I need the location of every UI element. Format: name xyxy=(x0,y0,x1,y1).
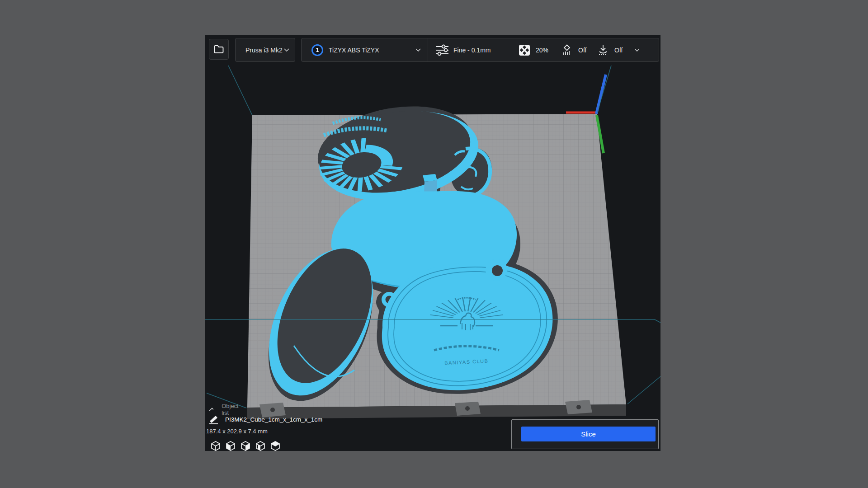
chevron-down-icon xyxy=(284,48,289,52)
hanging-hole xyxy=(492,265,503,276)
profile-label: Fine - 0.1mm xyxy=(453,38,491,61)
viewport-3d[interactable]: BANIYAS CLUB xyxy=(205,35,660,451)
adhesion-icon xyxy=(597,38,609,61)
printer-name: Prusa i3 Mk2 xyxy=(245,47,283,54)
material-name: TiZYX ABS TiZYX xyxy=(329,38,379,61)
open-file-button[interactable] xyxy=(209,39,229,60)
app-window: BANIYAS CLUB Prusa i3 Mk2 xyxy=(205,35,660,451)
folder-icon xyxy=(213,44,224,54)
action-panel: Slice xyxy=(511,419,659,449)
view-top-icon[interactable] xyxy=(240,441,251,452)
support-icon xyxy=(561,38,573,61)
z-axis xyxy=(596,75,606,114)
stage-toolbar: Prusa i3 Mk2 1 TiZYX ABS TiZYX xyxy=(205,35,660,65)
pencil-icon xyxy=(209,414,219,424)
extruder-number: 1 xyxy=(311,44,323,56)
object-list-item[interactable]: PI3MK2_Cube_1cm_x_1cm_x_1cm xyxy=(209,414,322,424)
view-front-icon[interactable] xyxy=(225,441,236,452)
toolbar-divider xyxy=(428,38,428,61)
infill-value: 20% xyxy=(536,38,548,61)
printer-selector[interactable]: Prusa i3 Mk2 xyxy=(235,38,295,62)
infill-icon xyxy=(519,38,530,61)
view-3d-icon[interactable] xyxy=(210,441,222,452)
support-value: Off xyxy=(578,38,586,61)
selection-dimensions: 187.4 x 202.9 x 7.4 mm xyxy=(206,428,268,435)
camera-view-buttons xyxy=(210,441,281,452)
adhesion-value: Off xyxy=(614,38,623,61)
chevron-up-icon xyxy=(209,408,213,412)
chevron-down-icon xyxy=(415,48,421,52)
configuration-panel[interactable]: 1 TiZYX ABS TiZYX xyxy=(301,38,659,62)
profile-sliders-icon xyxy=(435,38,449,61)
object-name: PI3MK2_Cube_1cm_x_1cm_x_1cm xyxy=(225,416,322,423)
view-left-icon[interactable] xyxy=(255,441,266,452)
extruder-badge: 1 xyxy=(311,38,323,61)
model-small-cube[interactable] xyxy=(423,174,437,193)
chevron-down-icon xyxy=(634,48,640,52)
view-right-icon[interactable] xyxy=(269,441,281,452)
slice-button[interactable]: Slice xyxy=(521,427,656,441)
